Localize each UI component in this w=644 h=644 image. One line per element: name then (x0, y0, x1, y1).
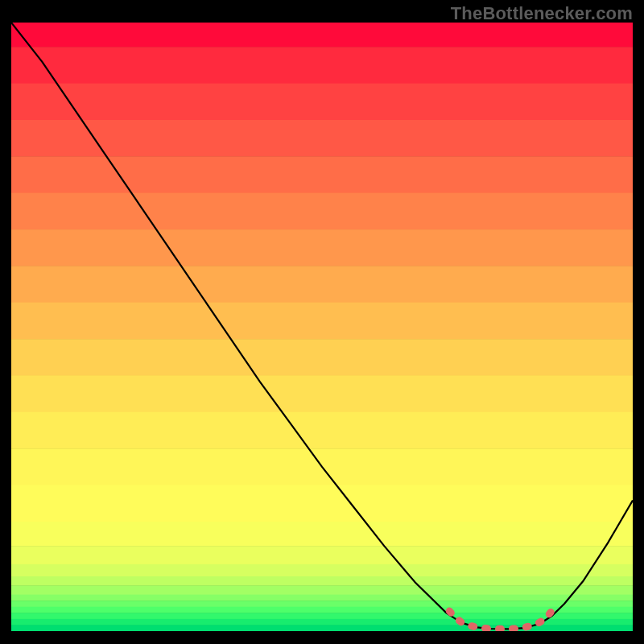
chart-svg (11, 23, 633, 631)
svg-rect-2 (11, 84, 633, 121)
svg-rect-5 (11, 193, 633, 230)
svg-rect-17 (11, 576, 633, 586)
svg-rect-3 (11, 120, 633, 157)
plot-area (11, 23, 633, 631)
svg-rect-21 (11, 607, 633, 613)
svg-rect-10 (11, 375, 633, 412)
svg-rect-13 (11, 485, 633, 522)
svg-rect-15 (11, 546, 633, 564)
svg-rect-19 (11, 595, 633, 601)
svg-rect-1 (11, 47, 633, 84)
svg-rect-14 (11, 522, 633, 547)
svg-rect-20 (11, 601, 633, 607)
svg-rect-8 (11, 303, 633, 340)
svg-rect-6 (11, 229, 633, 266)
svg-rect-4 (11, 156, 633, 193)
svg-rect-0 (11, 23, 633, 47)
watermark-text: TheBottlenecker.com (451, 3, 633, 24)
svg-rect-18 (11, 585, 633, 595)
svg-rect-11 (11, 412, 633, 449)
svg-rect-9 (11, 339, 633, 376)
background-bands (11, 23, 633, 631)
svg-rect-16 (11, 564, 633, 577)
svg-rect-7 (11, 266, 633, 303)
